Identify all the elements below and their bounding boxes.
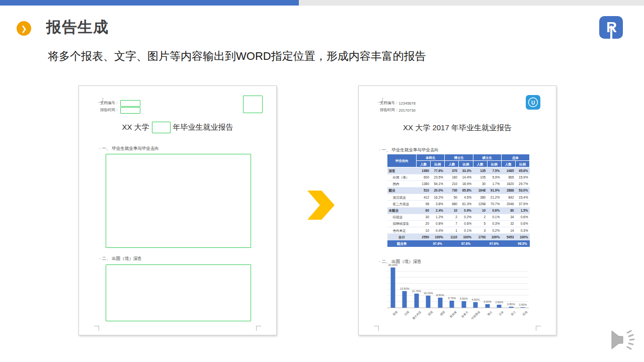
bar-value-label: 33.20%: [388, 263, 397, 266]
bar-value-label: 8.50%: [436, 294, 444, 297]
bar: 5.50%: [458, 265, 470, 308]
transform-arrow-icon: [307, 191, 335, 220]
bar: 11.70%: [411, 265, 423, 308]
university-emblem-icon: U: [526, 95, 540, 110]
table-column-group: 总体: [501, 154, 529, 161]
table-cell: 0.3%: [487, 220, 501, 227]
table-row: 去向未定100.4%10.1%30.2%140.3%: [387, 227, 530, 234]
table-cell: 135: [473, 167, 487, 174]
table-cell: 0.6%: [515, 220, 529, 227]
table-row-label: 就业: [387, 187, 417, 194]
table-cell: 20: [417, 220, 431, 227]
x-axis-label: 瑞士: [487, 310, 493, 317]
bar-value-label: 0.50%: [519, 303, 527, 306]
bar: 2.50%: [494, 265, 506, 308]
bar-value-label: 13.90%: [400, 287, 410, 290]
bar-rect: [390, 267, 395, 308]
table-cell: 18.9%: [459, 180, 473, 187]
bar: 10.20%: [423, 265, 435, 308]
table-cell: 98: [417, 201, 431, 207]
top-gray-bar: [299, 0, 644, 6]
table-rate-cell: 97.6%: [417, 240, 445, 247]
word-report-page: 文档编号： 12345678 报告时间： 20170730 U XX 大学 20…: [358, 85, 556, 335]
year-placeholder-box: [152, 122, 171, 133]
table-cell: 80: [501, 207, 515, 214]
x-axis-label: 荷兰: [510, 310, 517, 317]
table-cell: 16.2%: [431, 194, 445, 201]
table-cell: 412: [417, 194, 431, 201]
table-cell: 600: [417, 174, 431, 180]
doc-number-placeholder-box: [120, 100, 140, 107]
brand-logo-icon: R: [599, 16, 623, 39]
table-cell: 0.6%: [515, 214, 529, 220]
employment-table-foot: 就业率97.6%97.6%97.6%98.5%: [387, 240, 530, 247]
slide-subtitle: 将多个报表、文字、图片等内容输出到WORD指定位置，形成内容丰富的报告: [48, 49, 426, 64]
report-time-line: 报告时间： 20170730: [380, 107, 416, 113]
table-cell: 91.9%: [487, 187, 501, 194]
table-rate-row: 就业率97.6%97.6%97.6%98.5%: [387, 240, 530, 247]
table-cell: 14.4%: [459, 174, 473, 180]
destination-bar-chart: 33.20%13.90%11.70%10.20%8.50%5.70%5.50%4…: [387, 265, 529, 323]
table-cell: 0.3%: [515, 227, 529, 234]
table-sub-header: 人数: [417, 161, 431, 167]
bar-rect: [403, 291, 407, 308]
table-row: 国内138054.1%21018.9%301.7%162029.7%: [387, 180, 530, 187]
table-row: 就业51020.0%73065.8%164891.9%288853.0%: [387, 187, 530, 194]
logo-bar: [610, 26, 612, 39]
report-time-value: 20170730: [399, 108, 416, 113]
table-cell: 34: [501, 214, 515, 220]
report-section2-heading: 二、 出国（境）深造: [379, 259, 422, 265]
x-axis-label: 美国: [392, 310, 398, 317]
table-cell: 0.8%: [431, 220, 445, 227]
table-cell: 37.5%: [515, 201, 529, 207]
table-cell: 2: [445, 214, 459, 220]
bar: 33.20%: [387, 265, 399, 308]
table-sub-header: 比例: [459, 161, 473, 167]
bar: 0.80%: [505, 265, 517, 308]
table-cell: 1980: [417, 167, 431, 174]
report-time-label: 报告时间：: [380, 108, 399, 113]
report-section1-heading: 一、 毕业生就业率与毕业去向: [379, 147, 439, 153]
x-axis-label: 加拿大: [461, 310, 469, 319]
table-cell: 2888: [501, 187, 515, 194]
table-sub-header: 人数: [473, 161, 487, 167]
table-cell: 210: [445, 180, 459, 187]
table-row-label: 未就业: [387, 207, 417, 214]
x-label-slot: 德国: [434, 308, 446, 323]
table-cell: 45.6%: [515, 167, 529, 174]
table-cell: 1380: [417, 180, 431, 187]
bar-value-label: 10.20%: [424, 292, 433, 295]
page-corner-mark: [536, 326, 541, 331]
bar-rect: [414, 294, 419, 308]
table-cell: 842: [501, 194, 515, 201]
audio-speaker-icon[interactable]: [611, 329, 637, 352]
table-cell: 100%: [459, 234, 473, 240]
bar-rect: [485, 304, 490, 308]
page-corner-mark: [374, 326, 379, 331]
table-row-label: 待就业: [387, 214, 417, 220]
table-row-label: 拟继续深造: [387, 220, 417, 227]
bar-rect: [509, 307, 513, 308]
x-label-slot: 美国: [387, 308, 399, 323]
table-cell: 33.3%: [459, 167, 473, 174]
table-cell: 1: [445, 227, 459, 234]
doc-title-prefix: XX 大学: [122, 123, 149, 132]
table-cell: 730: [445, 187, 459, 194]
table-cell: 1268: [473, 201, 487, 207]
bar: 5.70%: [446, 265, 458, 308]
table-cell: 3: [473, 227, 487, 234]
page-corner-mark: [94, 326, 99, 331]
x-label-slot: 加拿大: [458, 308, 470, 323]
bar-value-label: 2.50%: [495, 301, 503, 304]
bar-rect: [450, 301, 454, 308]
doc-number-line: 文档编号： 12345678: [380, 100, 416, 106]
table-cell: 60: [417, 207, 431, 214]
table-cell: 2485: [501, 167, 515, 174]
table-row: 待就业301.2%20.2%20.1%340.6%: [387, 214, 530, 220]
table-sub-header: 比例: [515, 161, 529, 167]
table-row-label: 国内: [387, 180, 417, 187]
x-label-slot: 新加坡: [446, 308, 458, 323]
bar: 13.90%: [399, 265, 411, 308]
table-cell: 0.9%: [459, 207, 473, 214]
table-cell: 0.1%: [487, 214, 501, 220]
